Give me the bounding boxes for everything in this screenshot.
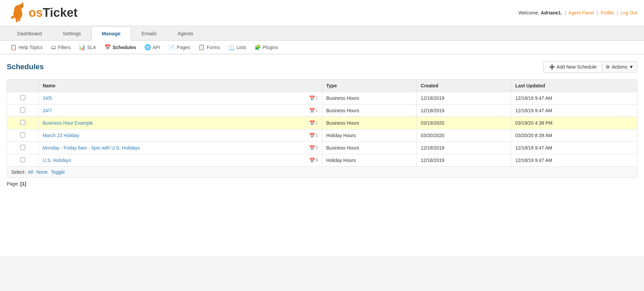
dropdown-arrow-icon: ▼ [629,64,634,70]
action-buttons: ➕ Add New Schedule ⚙ Actions ▼ [543,61,637,73]
filters-icon: 🗂 [51,44,56,50]
schedule-created: 12/18/2019 [417,142,511,154]
logo-kangaroo-icon [7,3,27,23]
col-created: Created [417,80,511,92]
schedule-type: Business Hours [322,117,417,129]
user-info: Welcome, Adriane1. | Agent Panel | Profi… [518,10,637,15]
lists-icon: 📃 [228,44,235,50]
select-toggle-link[interactable]: Toggle [51,169,65,175]
schedule-name-link[interactable]: March 23 Holiday [43,133,79,138]
calendar-icon: 📅 [309,158,315,163]
schedule-name-link[interactable]: 24/7 [43,108,52,113]
schedule-created: 03/19/2020 [417,117,511,129]
subnav-api[interactable]: 🌐 API [141,43,164,52]
username: Adriane1. [541,10,562,15]
schedule-type: Business Hours [322,105,417,117]
subnav-help-topics[interactable]: 📋 Help Topics [7,43,46,52]
calendar-badge: 📅5 [309,145,318,151]
schedule-type: Holiday Hours [322,129,417,142]
table-row: Monday - Friday 8am - 5pm with U.S. Holi… [7,142,637,154]
schedule-type: Business Hours [322,92,417,105]
plugins-icon: 🧩 [254,44,261,50]
schedules-table: Name Type Created Last Updated 24/5📅1Bus… [7,79,637,167]
row-checkbox-0[interactable] [20,95,25,100]
row-checkbox-3[interactable] [20,132,25,137]
subnav-lists[interactable]: 📃 Lists [225,43,250,52]
help-topics-icon: 📋 [10,44,17,50]
nav-dashboard[interactable]: Dashboard [7,26,52,41]
row-checkbox-1[interactable] [20,108,25,113]
schedule-last-updated: 12/18/19 9:47 AM [511,154,637,167]
table-row: March 23 Holiday📅1Holiday Hours03/20/202… [7,129,637,142]
subnav-pages[interactable]: 📄 Pages [165,43,193,52]
sla-icon: 📊 [79,44,85,50]
profile-link[interactable]: Profile [601,10,614,15]
table-footer: Select: All None Toggle [7,167,637,178]
page-title-row: Schedules ➕ Add New Schedule ⚙ Actions ▼ [7,61,637,73]
content-area: Schedules ➕ Add New Schedule ⚙ Actions ▼… [0,54,644,256]
nav-manage[interactable]: Manage [92,26,131,41]
col-checkbox [7,80,39,92]
select-none-link[interactable]: None [36,169,47,175]
svg-point-8 [22,5,22,6]
calendar-badge: 📅1 [309,95,318,101]
row-checkbox-2[interactable] [20,120,25,125]
schedule-last-updated: 12/18/19 9:47 AM [511,142,637,154]
schedule-created: 12/18/2019 [417,105,511,117]
table-row: U.S. Holidays📅9Holiday Hours12/18/201912… [7,154,637,167]
calendar-icon: 📅 [309,133,315,138]
logo-area: osTicket [7,3,77,23]
nav-emails[interactable]: Emails [131,26,167,41]
subnav-forms[interactable]: 📋 Forms [195,43,223,52]
schedule-type: Holiday Hours [322,154,417,167]
nav-settings[interactable]: Settings [52,26,91,41]
subnav-filters[interactable]: 🗂 Filters [47,43,74,52]
agent-panel-link[interactable]: Agent Panel [568,10,594,15]
select-label: Select: [11,169,27,175]
top-header: osTicket Welcome, Adriane1. | Agent Pane… [0,0,644,26]
forms-icon: 📋 [198,44,205,50]
calendar-badge: 📅1 [309,108,318,113]
schedule-name-link[interactable]: Business Hour Example [43,120,93,126]
calendar-icon: 📅 [309,145,315,151]
page-info: Page: [1] [7,181,637,186]
calendar-icon: 📅 [309,120,315,126]
schedule-last-updated: 12/18/19 9:47 AM [511,105,637,117]
calendar-badge: 📅9 [309,158,318,163]
schedule-name-link[interactable]: Monday - Friday 8am - 5pm with U.S. Holi… [43,145,140,151]
svg-rect-5 [16,18,18,22]
schedule-last-updated: 03/19/20 4:38 PM [511,117,637,129]
table-row: 24/7📅1Business Hours12/18/201912/18/19 9… [7,105,637,117]
schedule-name-link[interactable]: U.S. Holidays [43,158,71,163]
svg-rect-6 [18,17,20,22]
table-row: 24/5📅1Business Hours12/18/201912/18/19 9… [7,92,637,105]
api-icon: 🌐 [144,44,151,50]
calendar-icon: 📅 [309,95,315,101]
nav-agents[interactable]: Agents [167,26,204,41]
logout-link[interactable]: Log Out [620,10,637,15]
select-all-link[interactable]: All [28,169,33,175]
row-checkbox-5[interactable] [20,157,25,162]
row-checkbox-4[interactable] [20,145,25,150]
welcome-text: Welcome, [518,10,541,15]
actions-button[interactable]: ⚙ Actions ▼ [602,61,637,73]
calendar-badge: 📅1 [309,133,318,138]
gear-icon: ⚙ [606,64,610,70]
schedule-name-link[interactable]: 24/5 [43,95,52,101]
subnav-sla[interactable]: 📊 SLA [75,43,99,52]
page-label: Page: [7,181,20,186]
subnav-schedules[interactable]: 📅 Schedules [101,43,140,52]
current-page: [1] [20,181,26,186]
plus-icon: ➕ [549,64,555,70]
schedule-last-updated: 12/18/19 9:47 AM [511,92,637,105]
schedule-created: 12/18/2019 [417,154,511,167]
col-type: Type [322,80,417,92]
add-new-schedule-button[interactable]: ➕ Add New Schedule [543,61,602,73]
schedules-icon: 📅 [104,44,111,50]
main-nav: Dashboard Settings Manage Emails Agents [0,26,644,41]
schedule-type: Business Hours [322,142,417,154]
sub-nav: 📋 Help Topics 🗂 Filters 📊 SLA 📅 Schedule… [0,41,644,54]
calendar-icon: 📅 [309,108,315,113]
subnav-plugins[interactable]: 🧩 Plugins [251,43,282,52]
col-name: Name [38,80,322,92]
